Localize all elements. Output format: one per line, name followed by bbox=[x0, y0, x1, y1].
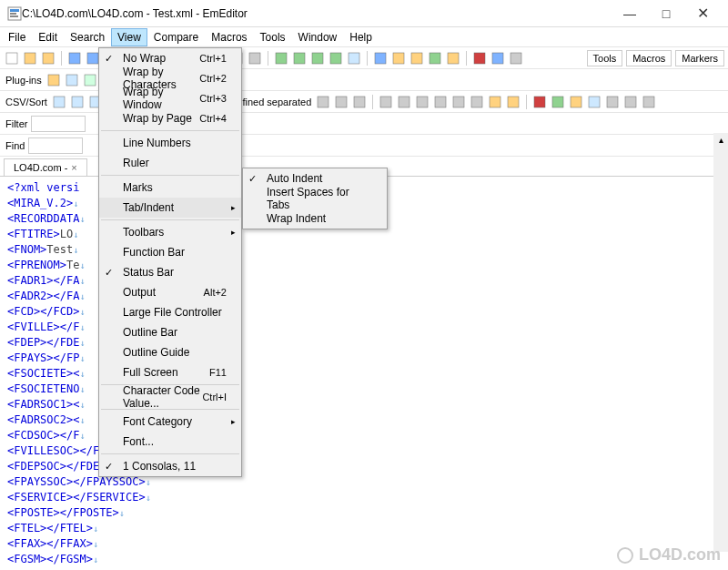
menu-item-wrap-by-page[interactable]: Wrap by PageCtrl+4 bbox=[99, 108, 241, 128]
toolbar-icon[interactable] bbox=[82, 72, 98, 88]
toolbar-icon[interactable] bbox=[409, 50, 425, 66]
menu-item-outline-bar[interactable]: Outline Bar bbox=[99, 322, 241, 342]
toolbar-icon[interactable] bbox=[378, 94, 394, 110]
toolbar-icon[interactable] bbox=[51, 94, 67, 110]
menu-item-label: Character Code Value... bbox=[123, 384, 202, 410]
menu-help[interactable]: Help bbox=[343, 28, 379, 46]
toolbar-icon[interactable] bbox=[22, 50, 38, 66]
toolbar-icon[interactable] bbox=[69, 94, 86, 110]
toolbar-icon[interactable] bbox=[487, 94, 503, 110]
scroll-up-icon[interactable]: ▴ bbox=[717, 133, 725, 147]
toolbar-icon[interactable] bbox=[586, 94, 602, 110]
find-label: Find bbox=[4, 140, 26, 151]
menu-compare[interactable]: Compare bbox=[147, 28, 205, 46]
menu-item-label: Output bbox=[123, 286, 156, 299]
minimize-button[interactable]: — bbox=[612, 1, 648, 26]
menu-edit[interactable]: Edit bbox=[32, 28, 64, 46]
menu-item-character-code-value-[interactable]: Character Code Value...Ctrl+I bbox=[99, 387, 241, 407]
toolbar-icon[interactable] bbox=[4, 50, 20, 66]
menu-view[interactable]: View bbox=[111, 28, 147, 46]
globe-icon bbox=[617, 547, 633, 564]
find-input[interactable] bbox=[28, 137, 83, 154]
menu-macros[interactable]: Macros bbox=[205, 28, 253, 46]
toolbar-icon[interactable] bbox=[396, 94, 412, 110]
toolbar-icon[interactable] bbox=[351, 94, 368, 110]
toolbar-icon[interactable] bbox=[40, 50, 56, 66]
menu-item-ruler[interactable]: Ruler bbox=[99, 153, 241, 173]
toolbar-icon[interactable] bbox=[445, 50, 461, 66]
toolbar-icon[interactable] bbox=[427, 50, 443, 66]
toolbar-icon[interactable] bbox=[508, 50, 524, 66]
menu-item-line-numbers[interactable]: Line Numbers bbox=[99, 133, 241, 153]
menu-item-font-[interactable]: Font... bbox=[99, 432, 241, 452]
toolbar-icon[interactable] bbox=[333, 94, 349, 110]
tab-indent-submenu: ✓Auto IndentInsert Spaces for TabsWrap I… bbox=[242, 168, 388, 229]
toolbar-icon[interactable] bbox=[309, 50, 326, 66]
toolbar-icon[interactable] bbox=[247, 50, 263, 66]
toolbar-icon[interactable] bbox=[568, 94, 584, 110]
toolbar-icon[interactable] bbox=[315, 94, 331, 110]
menu-window[interactable]: Window bbox=[292, 28, 344, 46]
toolbar-icon[interactable] bbox=[450, 94, 467, 110]
menu-item-outline-guide[interactable]: Outline Guide bbox=[99, 342, 241, 362]
filter-label: Filter bbox=[4, 118, 29, 129]
svg-rect-54 bbox=[589, 97, 600, 107]
svg-rect-41 bbox=[336, 97, 347, 107]
toolbar-icon[interactable] bbox=[432, 94, 449, 110]
menu-item-full-screen[interactable]: Full ScreenF11 bbox=[99, 362, 241, 382]
menu-item-wrap-by-window[interactable]: Wrap by WindowCtrl+3 bbox=[99, 88, 241, 108]
menu-item-tab-indent[interactable]: Tab/Indent▸ bbox=[99, 198, 241, 218]
side-tab-tools[interactable]: Tools bbox=[587, 50, 623, 66]
menu-item-toolbars[interactable]: Toolbars▸ bbox=[99, 222, 241, 242]
menu-item-font-category[interactable]: Font Category▸ bbox=[99, 412, 241, 432]
menu-item-output[interactable]: OutputAlt+2 bbox=[99, 282, 241, 302]
menu-search[interactable]: Search bbox=[64, 28, 111, 46]
menu-item-status-bar[interactable]: ✓Status Bar bbox=[99, 262, 241, 282]
toolbar-icon[interactable] bbox=[273, 50, 289, 66]
menu-item-1-consolas-11[interactable]: ✓1 Consolas, 11 bbox=[99, 456, 241, 476]
toolbar-icon[interactable] bbox=[346, 50, 362, 66]
svg-rect-49 bbox=[490, 97, 500, 107]
toolbar-icon[interactable] bbox=[64, 72, 80, 88]
menu-file[interactable]: File bbox=[2, 28, 32, 46]
maximize-button[interactable]: □ bbox=[648, 1, 684, 26]
toolbar-icon[interactable] bbox=[622, 94, 639, 110]
toolbar-icon[interactable] bbox=[490, 50, 506, 66]
document-tab[interactable]: LO4D.com - × bbox=[4, 158, 87, 176]
toolbar-icon[interactable] bbox=[414, 94, 430, 110]
menu-item-large-file-controller[interactable]: Large File Controller bbox=[99, 302, 241, 322]
svg-rect-21 bbox=[349, 53, 359, 64]
submenu-item-insert-spaces-for-tabs[interactable]: Insert Spaces for Tabs bbox=[243, 188, 387, 209]
side-tab-markers[interactable]: Markers bbox=[675, 50, 724, 66]
titlebar: C:\LO4D.com\LO4D.com - Test.xml - EmEdit… bbox=[0, 0, 728, 27]
filter-input[interactable] bbox=[31, 116, 86, 132]
toolbar-icon[interactable] bbox=[471, 50, 488, 66]
toolbar-icon[interactable] bbox=[390, 50, 407, 66]
toolbar-icon[interactable] bbox=[372, 50, 389, 66]
side-tab-macros[interactable]: Macros bbox=[626, 50, 672, 66]
toolbar-icon[interactable] bbox=[291, 50, 308, 66]
toolbar-icon[interactable] bbox=[505, 94, 521, 110]
toolbar-icon[interactable] bbox=[66, 50, 83, 66]
menu-item-label: Font... bbox=[123, 435, 154, 448]
menu-item-function-bar[interactable]: Function Bar bbox=[99, 242, 241, 262]
check-icon: ✓ bbox=[105, 461, 113, 473]
tab-close-icon[interactable]: × bbox=[71, 162, 76, 173]
toolbar-icon[interactable] bbox=[604, 94, 621, 110]
toolbar-icon[interactable] bbox=[550, 94, 566, 110]
menu-tools[interactable]: Tools bbox=[254, 28, 292, 46]
toolbar-icon[interactable] bbox=[46, 72, 62, 88]
vertical-scrollbar[interactable]: ▴ bbox=[713, 133, 728, 552]
toolbar-icon[interactable] bbox=[469, 94, 485, 110]
svg-rect-27 bbox=[474, 53, 485, 64]
submenu-item-wrap-indent[interactable]: Wrap Indent bbox=[243, 209, 387, 229]
view-menu-dropdown: ✓No WrapCtrl+1Wrap by CharactersCtrl+2Wr… bbox=[98, 47, 242, 477]
toolbar-icon[interactable] bbox=[531, 94, 548, 110]
menu-item-label: Font Category bbox=[123, 415, 192, 428]
close-button[interactable]: ✕ bbox=[684, 1, 721, 26]
watermark-text: LO4D.com bbox=[639, 545, 721, 565]
menu-item-marks[interactable]: Marks bbox=[99, 178, 241, 198]
svg-rect-17 bbox=[276, 53, 287, 64]
toolbar-icon[interactable] bbox=[328, 50, 344, 66]
toolbar-icon[interactable] bbox=[641, 94, 657, 110]
